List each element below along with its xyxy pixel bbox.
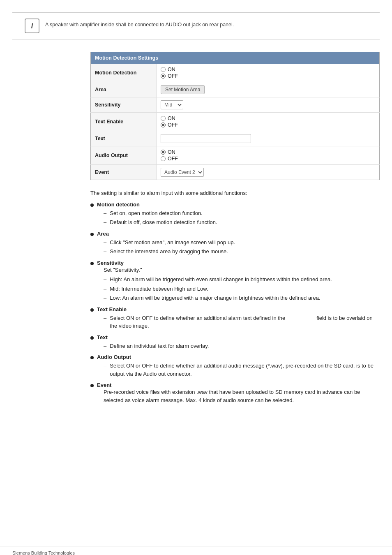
text-value bbox=[157, 131, 380, 146]
footer-left: Siemens Building Technologies Fire Safet… bbox=[12, 550, 75, 555]
table-row: Text Enable ON OFF bbox=[91, 113, 380, 131]
event-select[interactable]: Audio Event 1 Audio Event 2 Audio Event … bbox=[161, 168, 204, 177]
text-enable-off-radio[interactable]: OFF bbox=[161, 122, 375, 128]
bullet-content: Text Enable – Select ON or OFF to define… bbox=[97, 306, 380, 333]
sensitivity-value: High Mid Low bbox=[157, 97, 380, 113]
description-intro: The setting is similar to alarm input wi… bbox=[90, 189, 380, 197]
list-item: Audio Output – Select ON or OFF to defin… bbox=[90, 354, 380, 380]
company-line1: Siemens Building Technologies bbox=[12, 550, 75, 555]
dash-icon: – bbox=[104, 294, 106, 302]
audio-output-label: Audio Output bbox=[91, 146, 157, 165]
bullet-content: Motion detection – Set on, open motion d… bbox=[97, 201, 217, 229]
bullet-label: Text Enable bbox=[97, 306, 127, 312]
info-box: i A speaker with amplifier inside shall … bbox=[12, 12, 380, 39]
list-item: – Mid: Intermediate between High and Low… bbox=[104, 285, 332, 293]
sub-list: – Set on, open motion detection function… bbox=[104, 209, 217, 227]
table-row: Audio Output ON OFF bbox=[91, 146, 380, 165]
list-item: – Select the interested area by dragging… bbox=[104, 247, 235, 256]
radio-circle-off bbox=[161, 74, 166, 79]
list-item: Event Pre-recorded voice files with exte… bbox=[90, 382, 380, 406]
event-value: Audio Event 1 Audio Event 2 Audio Event … bbox=[157, 165, 380, 180]
dash-icon: – bbox=[104, 247, 106, 256]
bullet-dot-icon bbox=[90, 356, 94, 359]
table-header: Motion Detection Settings bbox=[91, 52, 380, 64]
list-item: – Low: An alarm will be triggered with a… bbox=[104, 294, 332, 302]
list-item: Motion detection – Set on, open motion d… bbox=[90, 201, 380, 229]
dash-icon: – bbox=[104, 238, 106, 247]
audio-output-value: ON OFF bbox=[157, 146, 380, 165]
bullet-dot-icon bbox=[90, 336, 94, 340]
list-item: – Select ON or OFF to define whether an … bbox=[104, 314, 380, 330]
bullet-list: Motion detection – Set on, open motion d… bbox=[90, 201, 380, 406]
set-motion-area-button[interactable]: Set Motion Area bbox=[161, 85, 205, 94]
radio-circle-on bbox=[161, 67, 166, 72]
info-icon: i bbox=[25, 18, 39, 33]
event-note: Pre-recorded voice files with extension … bbox=[104, 388, 380, 404]
audio-output-off-radio[interactable]: OFF bbox=[161, 156, 375, 162]
list-item: Text Enable – Select ON or OFF to define… bbox=[90, 306, 380, 333]
dash-icon: – bbox=[104, 209, 106, 217]
description-section: The setting is similar to alarm input wi… bbox=[90, 189, 380, 406]
radio-circle-off bbox=[161, 123, 166, 127]
radio-on-label: ON bbox=[168, 67, 175, 72]
table-row: Event Audio Event 1 Audio Event 2 Audio … bbox=[91, 165, 380, 180]
list-item: – Default is off, close motion detection… bbox=[104, 218, 217, 227]
footer: Siemens Building Technologies Fire Safet… bbox=[0, 546, 392, 555]
text-enable-on-radio[interactable]: ON bbox=[161, 116, 375, 121]
bullet-label: Text bbox=[97, 334, 108, 340]
sensitivity-select[interactable]: High Mid Low bbox=[161, 100, 183, 109]
bullet-label: Event bbox=[97, 382, 111, 388]
sub-item-text: Low: An alarm will be triggered with a m… bbox=[110, 294, 320, 302]
dash-icon: – bbox=[104, 314, 106, 322]
sub-item-text: Select ON or OFF to define whether an ad… bbox=[110, 362, 380, 378]
sub-item-text: Select the interested area by dragging t… bbox=[110, 247, 228, 256]
radio-off-label: OFF bbox=[168, 73, 178, 79]
dash-icon: – bbox=[104, 285, 106, 293]
radio-circle-on bbox=[161, 150, 166, 155]
sub-item-text: Define an individual text for alarm over… bbox=[110, 342, 209, 350]
bullet-label: Motion detection bbox=[97, 201, 140, 208]
sub-list: – Select ON or OFF to define whether an … bbox=[104, 314, 380, 330]
list-item: – Click "Set motion area", an image scre… bbox=[104, 238, 235, 247]
bullet-content: Text – Define an individual text for ala… bbox=[97, 334, 209, 353]
bullet-content: Area – Click "Set motion area", an image… bbox=[97, 231, 235, 258]
radio-off-label: OFF bbox=[168, 122, 178, 128]
info-message: A speaker with amplifier inside shall be… bbox=[45, 18, 234, 29]
radio-off-label: OFF bbox=[168, 156, 178, 162]
text-input[interactable] bbox=[161, 134, 251, 143]
text-enable-value: ON OFF bbox=[157, 113, 380, 131]
bullet-dot-icon bbox=[90, 308, 94, 312]
motion-detection-off-radio[interactable]: OFF bbox=[161, 73, 375, 79]
list-item: – High: An alarm will be triggered with … bbox=[104, 275, 332, 284]
audio-output-on-radio[interactable]: ON bbox=[161, 149, 375, 155]
list-item: – Set on, open motion detection function… bbox=[104, 209, 217, 217]
list-item: Area – Click "Set motion area", an image… bbox=[90, 231, 380, 258]
table-row: Text bbox=[91, 131, 380, 146]
sensitivity-note: Set "Sensitivity." bbox=[104, 266, 332, 274]
motion-detection-radio-group: ON OFF bbox=[161, 67, 375, 79]
list-item: Sensitivity Set "Sensitivity." – High: A… bbox=[90, 260, 380, 305]
sub-list: – High: An alarm will be triggered with … bbox=[104, 275, 332, 302]
audio-output-radio-group: ON OFF bbox=[161, 149, 375, 162]
area-value: Set Motion Area bbox=[157, 82, 380, 97]
bullet-dot-icon bbox=[90, 233, 94, 236]
sub-item-text: Set on, open motion detection function. bbox=[110, 209, 203, 217]
text-label: Text bbox=[91, 131, 157, 146]
radio-on-label: ON bbox=[168, 149, 175, 155]
dash-icon: – bbox=[104, 275, 106, 284]
bullet-label: Audio Output bbox=[97, 354, 131, 360]
list-item: – Select ON or OFF to define whether an … bbox=[104, 362, 380, 378]
bullet-dot-icon bbox=[90, 384, 94, 387]
dash-icon: – bbox=[104, 218, 106, 227]
radio-on-label: ON bbox=[168, 116, 175, 121]
motion-detection-label: Motion Detection bbox=[91, 64, 157, 82]
dash-icon: – bbox=[104, 342, 106, 350]
sub-item-text: Mid: Intermediate between High and Low. bbox=[110, 285, 208, 293]
sub-item-text: Select ON or OFF to define whether an ad… bbox=[110, 314, 380, 330]
sub-item-text: High: An alarm will be triggered with ev… bbox=[110, 275, 332, 284]
dash-icon: – bbox=[104, 362, 106, 370]
list-item: Text – Define an individual text for ala… bbox=[90, 334, 380, 353]
bullet-content: Audio Output – Select ON or OFF to defin… bbox=[97, 354, 380, 380]
bullet-label: Area bbox=[97, 231, 109, 237]
motion-detection-on-radio[interactable]: ON bbox=[161, 67, 375, 72]
